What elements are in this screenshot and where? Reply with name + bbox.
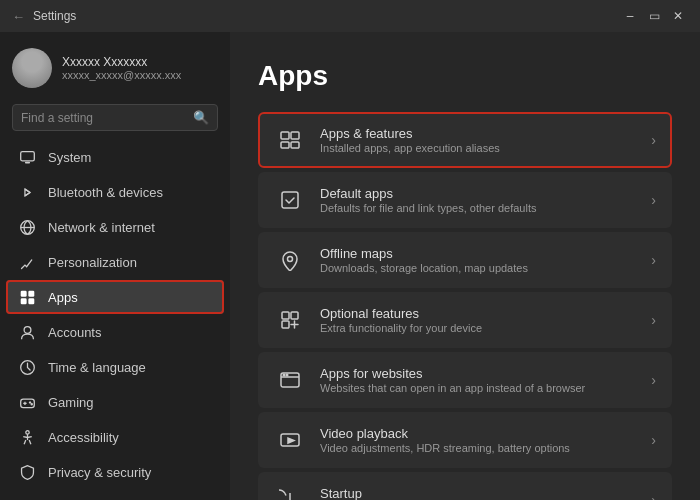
svg-rect-24	[291, 312, 298, 319]
svg-rect-21	[282, 192, 298, 208]
default-apps-chevron: ›	[651, 192, 656, 208]
setting-item-offline-maps[interactable]: Offline mapsDownloads, storage location,…	[258, 232, 672, 288]
gaming-icon	[18, 393, 36, 411]
svg-rect-4	[20, 290, 26, 296]
maximize-button[interactable]: ▭	[644, 6, 664, 26]
sidebar-item-accounts[interactable]: Accounts	[6, 315, 224, 349]
svg-rect-0	[20, 151, 34, 160]
user-info: Xxxxxx Xxxxxxx xxxxx_xxxxx@xxxxx.xxx	[62, 55, 181, 81]
svg-marker-32	[288, 438, 294, 443]
accounts-icon	[18, 323, 36, 341]
main-layout: Xxxxxx Xxxxxxx xxxxx_xxxxx@xxxxx.xxx 🔍 S…	[0, 32, 700, 500]
sidebar-item-label-system: System	[48, 150, 91, 165]
accessibility-icon	[18, 428, 36, 446]
sidebar-item-bluetooth[interactable]: Bluetooth & devices	[6, 175, 224, 209]
svg-rect-18	[291, 132, 299, 139]
search-box[interactable]: 🔍	[12, 104, 218, 131]
sidebar-item-label-bluetooth: Bluetooth & devices	[48, 185, 163, 200]
page-title: Apps	[258, 60, 672, 92]
sidebar-item-gaming[interactable]: Gaming	[6, 385, 224, 419]
svg-point-13	[29, 401, 30, 402]
apps-features-chevron: ›	[651, 132, 656, 148]
setting-item-video-playback[interactable]: Video playbackVideo adjustments, HDR str…	[258, 412, 672, 468]
default-apps-desc: Defaults for file and link types, other …	[320, 202, 643, 214]
startup-chevron: ›	[651, 492, 656, 500]
apps-websites-label: Apps for websites	[320, 366, 643, 381]
apps-websites-chevron: ›	[651, 372, 656, 388]
setting-item-default-apps[interactable]: Default appsDefaults for file and link t…	[258, 172, 672, 228]
startup-text: StartupApps that start automatically whe…	[320, 486, 643, 500]
svg-rect-7	[28, 298, 34, 304]
svg-rect-23	[282, 312, 289, 319]
setting-item-apps-websites[interactable]: Apps for websitesWebsites that can open …	[258, 352, 672, 408]
search-icon: 🔍	[193, 110, 209, 125]
setting-item-startup[interactable]: StartupApps that start automatically whe…	[258, 472, 672, 500]
sidebar-item-network[interactable]: Network & internet	[6, 210, 224, 244]
user-email: xxxxx_xxxxx@xxxxx.xxx	[62, 69, 181, 81]
close-button[interactable]: ✕	[668, 6, 688, 26]
default-apps-text: Default appsDefaults for file and link t…	[320, 186, 643, 214]
optional-features-text: Optional featuresExtra functionality for…	[320, 306, 643, 334]
apps-websites-desc: Websites that can open in an app instead…	[320, 382, 643, 394]
offline-maps-text: Offline mapsDownloads, storage location,…	[320, 246, 643, 274]
svg-rect-25	[282, 321, 289, 328]
svg-point-29	[283, 374, 285, 376]
optional-features-icon	[274, 304, 306, 336]
startup-label: Startup	[320, 486, 643, 500]
sidebar-item-personalization[interactable]: Personalization	[6, 245, 224, 279]
sidebar-item-label-network: Network & internet	[48, 220, 155, 235]
bluetooth-icon	[18, 183, 36, 201]
svg-rect-6	[20, 298, 26, 304]
sidebar-item-update[interactable]: Windows Update	[6, 490, 224, 500]
svg-point-22	[288, 257, 293, 262]
search-container: 🔍	[0, 100, 230, 139]
sidebar-item-label-personalization: Personalization	[48, 255, 137, 270]
apps-features-text: Apps & featuresInstalled apps, app execu…	[320, 126, 643, 154]
apps-icon	[18, 288, 36, 306]
sidebar-item-label-accounts: Accounts	[48, 325, 101, 340]
svg-rect-1	[24, 161, 29, 163]
offline-maps-label: Offline maps	[320, 246, 643, 261]
default-apps-icon	[274, 184, 306, 216]
optional-features-desc: Extra functionality for your device	[320, 322, 643, 334]
offline-maps-desc: Downloads, storage location, map updates	[320, 262, 643, 274]
default-apps-label: Default apps	[320, 186, 643, 201]
minimize-button[interactable]: –	[620, 6, 640, 26]
sidebar-item-apps[interactable]: Apps	[6, 280, 224, 314]
startup-icon	[274, 484, 306, 500]
user-profile[interactable]: Xxxxxx Xxxxxxx xxxxx_xxxxx@xxxxx.xxx	[0, 32, 230, 100]
search-input[interactable]	[21, 111, 187, 125]
svg-rect-5	[28, 290, 34, 296]
video-playback-icon	[274, 424, 306, 456]
apps-features-label: Apps & features	[320, 126, 643, 141]
setting-item-optional-features[interactable]: Optional featuresExtra functionality for…	[258, 292, 672, 348]
svg-rect-20	[291, 142, 299, 148]
svg-rect-19	[281, 142, 289, 148]
apps-features-icon	[274, 124, 306, 156]
video-playback-label: Video playback	[320, 426, 643, 441]
optional-features-label: Optional features	[320, 306, 643, 321]
sidebar-item-label-privacy: Privacy & security	[48, 465, 151, 480]
sidebar-item-label-apps: Apps	[48, 290, 78, 305]
svg-point-30	[286, 374, 288, 376]
content-area: Apps Apps & featuresInstalled apps, app …	[230, 32, 700, 500]
optional-features-chevron: ›	[651, 312, 656, 328]
title-bar-controls: – ▭ ✕	[620, 6, 688, 26]
sidebar-item-label-accessibility: Accessibility	[48, 430, 119, 445]
title-bar-left: ← Settings	[12, 9, 76, 24]
back-icon[interactable]: ←	[12, 9, 25, 24]
video-playback-text: Video playbackVideo adjustments, HDR str…	[320, 426, 643, 454]
svg-point-14	[31, 403, 32, 404]
time-icon	[18, 358, 36, 376]
svg-point-15	[25, 430, 28, 433]
apps-features-desc: Installed apps, app execution aliases	[320, 142, 643, 154]
sidebar-item-accessibility[interactable]: Accessibility	[6, 420, 224, 454]
personalization-icon	[18, 253, 36, 271]
apps-websites-text: Apps for websitesWebsites that can open …	[320, 366, 643, 394]
sidebar-item-time[interactable]: Time & language	[6, 350, 224, 384]
setting-item-apps-features[interactable]: Apps & featuresInstalled apps, app execu…	[258, 112, 672, 168]
sidebar-item-system[interactable]: System	[6, 140, 224, 174]
sidebar-item-privacy[interactable]: Privacy & security	[6, 455, 224, 489]
apps-websites-icon	[274, 364, 306, 396]
offline-maps-chevron: ›	[651, 252, 656, 268]
